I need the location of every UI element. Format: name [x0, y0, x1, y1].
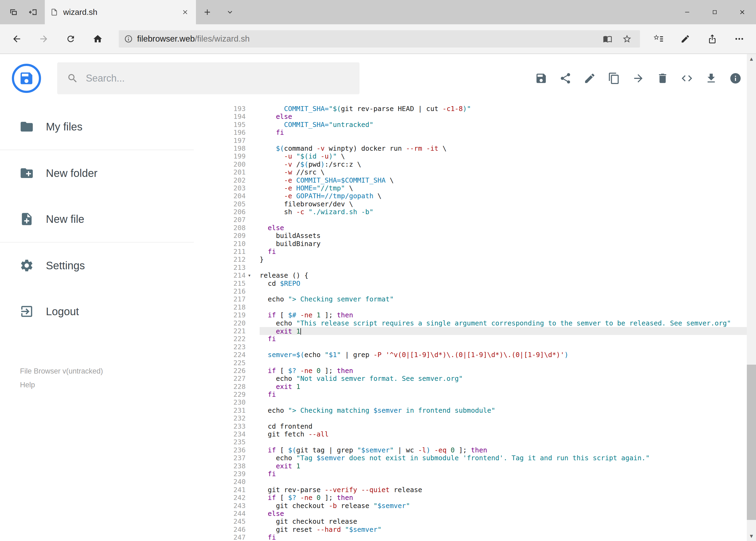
- download-button[interactable]: [705, 72, 718, 85]
- code-line[interactable]: 241 git rev-parse --verify --quiet relea…: [219, 486, 756, 494]
- more-menu-button[interactable]: [726, 28, 753, 50]
- share-page-button[interactable]: [699, 28, 726, 50]
- code-line[interactable]: 234 git fetch --all: [219, 430, 756, 438]
- home-button[interactable]: [84, 28, 111, 50]
- code-line[interactable]: 247 fi: [219, 533, 756, 541]
- filebrowser-logo[interactable]: [12, 64, 41, 93]
- address-bar[interactable]: filebrowser.web/files/wizard.sh: [119, 30, 640, 48]
- code-line[interactable]: 236 if [ $(git tag | grep "$semver" | wc…: [219, 446, 756, 454]
- code-line[interactable]: 200 -v /$(pwd):/src:z \: [219, 161, 756, 168]
- sidebar-item-logout[interactable]: Logout: [0, 288, 219, 334]
- code-line[interactable]: 218: [219, 303, 756, 311]
- code-line[interactable]: 211 fi: [219, 248, 756, 256]
- site-info-icon[interactable]: [124, 35, 133, 43]
- tab-wizard-sh[interactable]: wizard.sh: [45, 0, 196, 24]
- scrollbar-thumb[interactable]: [747, 365, 756, 520]
- code-line[interactable]: 201 -w //src \: [219, 168, 756, 176]
- code-line[interactable]: 222 fi: [219, 335, 756, 343]
- code-line[interactable]: 238 exit 1: [219, 462, 756, 470]
- code-line[interactable]: 193 COMMIT_SHA="$(git rev-parse HEAD | c…: [219, 105, 756, 113]
- code-line[interactable]: 240: [219, 478, 756, 486]
- code-line[interactable]: 202 -e COMMIT_SHA=$COMMIT_SHA \: [219, 176, 756, 184]
- code-line[interactable]: 239 fi: [219, 470, 756, 478]
- code-line[interactable]: 232: [219, 414, 756, 422]
- search-box[interactable]: [57, 62, 360, 94]
- code-line[interactable]: 207: [219, 216, 756, 224]
- code-line[interactable]: 214▾release () {: [219, 271, 756, 279]
- code-line[interactable]: 194 else: [219, 113, 756, 121]
- code-line[interactable]: 246 git reset --hard "$semver": [219, 526, 756, 533]
- back-button[interactable]: [3, 28, 30, 50]
- code-line[interactable]: 231 echo "> Checking matching $semver in…: [219, 406, 756, 414]
- code-line[interactable]: 230: [219, 398, 756, 406]
- code-line[interactable]: 219 if [ $# -ne 1 ]; then: [219, 311, 756, 319]
- code-line[interactable]: 210 buildBinary: [219, 240, 756, 248]
- code-line[interactable]: 228 exit 1: [219, 383, 756, 390]
- rename-button[interactable]: [583, 72, 596, 85]
- code-line[interactable]: 198 $(command -v winpty) docker run --rm…: [219, 145, 756, 152]
- minimize-button[interactable]: [673, 0, 701, 24]
- code-line[interactable]: 203 -e HOME="//tmp" \: [219, 184, 756, 192]
- code-line[interactable]: 197: [219, 137, 756, 145]
- code-line[interactable]: 237 echo "Tag $semver does not exist in …: [219, 454, 756, 462]
- copy-button[interactable]: [608, 72, 621, 85]
- sidebar-item-new-file[interactable]: New file: [0, 196, 219, 242]
- code-line[interactable]: 212}: [219, 256, 756, 264]
- code-line[interactable]: 204 -e GOPATH=//tmp/gopath \: [219, 192, 756, 200]
- code-line[interactable]: 229 fi: [219, 390, 756, 398]
- code-line[interactable]: 245 git checkout release: [219, 517, 756, 525]
- code-line[interactable]: 215 cd $REPO: [219, 279, 756, 287]
- code-line[interactable]: 196 fi: [219, 129, 756, 136]
- code-line[interactable]: 235: [219, 438, 756, 446]
- search-input[interactable]: [86, 73, 350, 84]
- refresh-button[interactable]: [57, 28, 84, 50]
- hub-favorites-button[interactable]: [645, 28, 672, 50]
- forward-button[interactable]: [30, 28, 57, 50]
- close-window-button[interactable]: [728, 0, 756, 24]
- code-line[interactable]: 243 git checkout -b release "$semver": [219, 502, 756, 510]
- scroll-up-button[interactable]: ▲: [747, 54, 756, 64]
- tabs-preview-button[interactable]: [4, 0, 23, 24]
- code-line[interactable]: 213: [219, 264, 756, 271]
- fold-marker-icon[interactable]: ▾: [246, 271, 260, 279]
- tab-list-button[interactable]: [219, 0, 241, 24]
- code-line[interactable]: 205 filebrowser/dev \: [219, 200, 756, 208]
- source-code-button[interactable]: [680, 72, 693, 85]
- favorite-button[interactable]: [620, 31, 634, 46]
- sidebar-item-new-folder[interactable]: New folder: [0, 150, 219, 196]
- reading-view-button[interactable]: [600, 31, 615, 46]
- page-scrollbar[interactable]: ▲ ▼: [747, 54, 756, 541]
- code-line[interactable]: 224 semver=$(echo "$1" | grep -P '^v(0|[…: [219, 351, 756, 359]
- save-button[interactable]: [535, 72, 548, 85]
- code-line[interactable]: 216: [219, 287, 756, 295]
- code-line[interactable]: 209 buildAssets: [219, 232, 756, 240]
- code-line[interactable]: 225: [219, 359, 756, 367]
- new-tab-button[interactable]: [196, 0, 219, 24]
- maximize-button[interactable]: [701, 0, 728, 24]
- code-line[interactable]: 195 COMMIT_SHA="untracked": [219, 121, 756, 129]
- web-note-button[interactable]: [672, 28, 699, 50]
- code-line[interactable]: 223: [219, 343, 756, 351]
- share-button[interactable]: [559, 72, 572, 85]
- code-line[interactable]: 227 echo "Not valid semver format. See s…: [219, 375, 756, 382]
- set-tabs-aside-button[interactable]: [23, 0, 43, 24]
- sidebar-item-my-files[interactable]: My files: [0, 104, 219, 150]
- info-button[interactable]: [729, 72, 742, 85]
- code-line[interactable]: 217 echo "> Checking semver format": [219, 295, 756, 303]
- code-line[interactable]: 233 cd frontend: [219, 422, 756, 430]
- help-link[interactable]: Help: [20, 379, 219, 390]
- code-line[interactable]: 221 exit 1: [219, 327, 756, 335]
- code-line[interactable]: 208 else: [219, 224, 756, 232]
- code-line[interactable]: 206 sh -c "./wizard.sh -b": [219, 208, 756, 216]
- code-line[interactable]: 242 if [ $? -ne 0 ]; then: [219, 494, 756, 502]
- move-button[interactable]: [632, 72, 645, 85]
- code-line[interactable]: 244 else: [219, 510, 756, 517]
- code-editor[interactable]: 193 COMMIT_SHA="$(git rev-parse HEAD | c…: [219, 103, 756, 541]
- delete-button[interactable]: [656, 72, 669, 85]
- code-line[interactable]: 220 echo "This release script requires a…: [219, 319, 756, 327]
- tab-close-button[interactable]: [180, 7, 190, 18]
- code-line[interactable]: 226 if [ $? -ne 0 ]; then: [219, 367, 756, 375]
- scroll-down-button[interactable]: ▼: [747, 531, 756, 541]
- sidebar-item-settings[interactable]: Settings: [0, 243, 219, 288]
- code-line[interactable]: 199 -u "$(id -u)" \: [219, 152, 756, 160]
